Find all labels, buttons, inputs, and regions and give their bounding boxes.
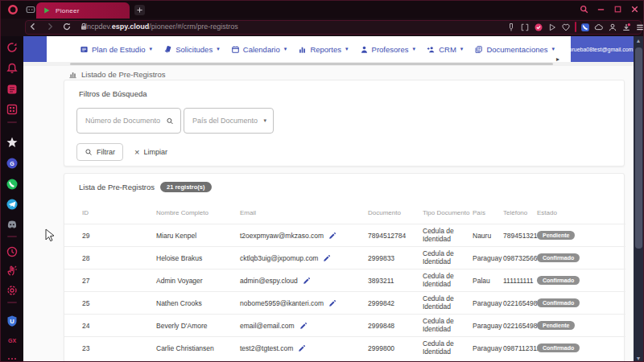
calendar-icon xyxy=(231,45,240,54)
menu-icon[interactable] xyxy=(635,23,644,32)
download-icon[interactable] xyxy=(621,23,631,32)
nav-scroll-arrow-icon[interactable]: ▸ xyxy=(556,56,559,63)
settings-icon[interactable] xyxy=(6,284,19,297)
heart-icon[interactable] xyxy=(561,23,571,32)
nav-horizontal-scrollbar[interactable] xyxy=(23,62,634,66)
pixelart-icon[interactable] xyxy=(6,103,19,116)
cell-email: nobome5959@ikanteri.com xyxy=(240,299,368,307)
cell-name: Nathen Crooks xyxy=(156,299,240,307)
page-scrollbar[interactable]: ▲ ▼ xyxy=(634,36,643,362)
bar-chart-icon xyxy=(298,45,307,54)
cell-pais: Palau xyxy=(473,277,503,285)
profile-icon[interactable] xyxy=(608,23,617,32)
edit-pencil-icon[interactable] xyxy=(303,277,311,285)
svg-text:U: U xyxy=(10,318,14,325)
nav-item-plan-de-estudio[interactable]: Plan de Estudio▾ xyxy=(80,45,152,54)
history-icon[interactable] xyxy=(6,41,19,54)
clear-button[interactable]: × Limpiar xyxy=(134,148,167,156)
edit-pencil-icon[interactable] xyxy=(328,299,336,307)
email-text: t2oexpmyaw@mkzaso.com xyxy=(240,232,324,240)
close-icon: × xyxy=(134,148,139,156)
nav-item-crm[interactable]: CRM▾ xyxy=(427,45,463,54)
status-badge: Confirmado xyxy=(537,276,580,285)
chevron-down-icon: ▾ xyxy=(460,46,464,52)
url-text[interactable]: dncpdev.espy.cloud/pioneer/#/crm/pre-reg… xyxy=(83,23,238,31)
status-badge: Pendiente xyxy=(537,231,575,240)
scroll-up-icon[interactable]: ▲ xyxy=(634,38,643,43)
close-icon[interactable] xyxy=(630,4,640,14)
nav-item-label: Documentaciones xyxy=(486,45,547,54)
edit-pencil-icon[interactable] xyxy=(299,322,308,330)
search-icon[interactable] xyxy=(579,4,589,14)
back-icon[interactable] xyxy=(28,22,38,31)
person-add-icon xyxy=(427,45,436,54)
cell-pais: Paraguay xyxy=(473,322,503,330)
cloud-sync-icon[interactable] xyxy=(594,23,604,32)
nav-item-reportes[interactable]: Reportes▾ xyxy=(298,45,348,54)
cell-tipo-documento: Cedula de Identidad xyxy=(423,340,473,356)
nav-item-documentaciones[interactable]: Documentaciones▾ xyxy=(474,45,555,54)
home-button[interactable] xyxy=(23,36,47,62)
gx-corner-icon[interactable]: GX xyxy=(6,334,19,347)
cell-telefono: 0987325665 xyxy=(503,254,537,262)
document-number-input[interactable] xyxy=(76,108,181,134)
player-icon[interactable] xyxy=(547,23,557,32)
reload-icon[interactable] xyxy=(62,22,72,31)
home-icon xyxy=(30,43,41,55)
cell-estado: Confirmado xyxy=(537,253,625,262)
dots-icon[interactable] xyxy=(6,352,19,362)
cell-documento: 2999833 xyxy=(368,254,423,262)
forward-icon[interactable] xyxy=(45,22,55,31)
chevron-down-icon: ▾ xyxy=(412,46,416,52)
hand-doc-icon xyxy=(163,45,172,54)
search-icon xyxy=(166,117,174,125)
gesture-icon[interactable] xyxy=(6,265,19,278)
chevron-down-icon: ▾ xyxy=(551,46,555,52)
person-icon xyxy=(360,45,369,54)
cell-name: Heloise Brakus xyxy=(156,254,240,262)
cg-app-icon[interactable]: G xyxy=(6,157,19,170)
stickers-icon[interactable] xyxy=(6,83,19,96)
user-account-button[interactable]: prueba08test@gmail.com xyxy=(571,36,634,62)
scroll-down-icon[interactable]: ▼ xyxy=(634,356,643,361)
document-number-field[interactable] xyxy=(85,117,166,125)
minimize-icon[interactable] xyxy=(596,4,606,14)
nav-item-solicitudes[interactable]: Solicitudes▾ xyxy=(163,45,219,54)
pin-icon[interactable] xyxy=(506,23,516,32)
web-page: Plan de Estudio▾Solicitudes▾Calendario▾R… xyxy=(23,36,634,362)
whatsapp-icon[interactable] xyxy=(6,178,19,191)
clock-icon[interactable] xyxy=(6,245,19,258)
shield-app-icon[interactable]: U xyxy=(6,315,19,327)
documents-icon xyxy=(474,45,483,54)
cell-telefono: 022165498 xyxy=(503,322,537,330)
table-row: 24Beverly D'Amoreemail@email.com2999848C… xyxy=(64,314,625,336)
extension-phone-icon[interactable] xyxy=(580,23,590,32)
cell-id: 28 xyxy=(82,254,156,262)
country-select[interactable]: País del Documento ▾ xyxy=(184,108,274,134)
column-header: ID xyxy=(82,209,156,216)
star-icon[interactable] xyxy=(6,136,19,149)
status-badge: Confirmado xyxy=(537,253,580,262)
edit-pencil-icon[interactable] xyxy=(328,232,336,240)
workspace-icon[interactable] xyxy=(25,4,36,15)
nav-item-profesores[interactable]: Profesores▾ xyxy=(360,45,415,54)
cell-telefono: 0987112312 xyxy=(503,344,537,352)
scrollbar-thumb[interactable] xyxy=(635,47,642,249)
discord-icon[interactable] xyxy=(6,218,19,231)
table-row: 23Carlie Christiansentest2@tgtest.com299… xyxy=(64,336,625,359)
vpn-badge-icon[interactable] xyxy=(534,23,543,32)
bell-icon[interactable] xyxy=(6,62,19,75)
opera-logo-icon[interactable] xyxy=(7,4,19,15)
browser-tab[interactable]: Pioneer xyxy=(36,2,130,19)
nav-item-calendario[interactable]: Calendario▾ xyxy=(231,45,287,54)
maximize-icon[interactable] xyxy=(613,4,623,14)
cell-tipo-documento: Cedula de Identidad xyxy=(423,228,473,244)
telegram-icon[interactable] xyxy=(6,198,19,211)
nav-item-label: Calendario xyxy=(243,45,280,54)
tab-tiling-icon[interactable] xyxy=(520,23,530,32)
filter-button[interactable]: Filtrar xyxy=(76,143,123,161)
edit-pencil-icon[interactable] xyxy=(298,344,306,352)
new-tab-button[interactable] xyxy=(134,5,145,15)
edit-pencil-icon[interactable] xyxy=(323,254,331,262)
chart-title-icon xyxy=(68,70,77,79)
